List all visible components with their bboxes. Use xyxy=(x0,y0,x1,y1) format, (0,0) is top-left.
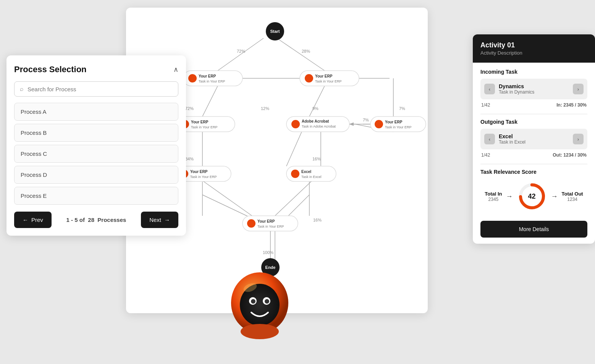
outgoing-counter: 1/42 xyxy=(481,152,490,158)
outgoing-task-name: Excel xyxy=(499,133,569,139)
next-button[interactable]: Next → xyxy=(141,212,178,228)
incoming-task-title: Incoming Task xyxy=(480,69,587,75)
pct-84a: 84% xyxy=(185,157,194,161)
divider-1 xyxy=(480,114,587,114)
pagination-info: 1 - 5 of 28 Processes xyxy=(66,217,126,223)
robot-illustration xyxy=(225,265,294,341)
next-arrow-icon: → xyxy=(164,217,170,223)
svg-line-4 xyxy=(309,86,325,116)
pct-72a: 72% xyxy=(237,49,245,53)
collapse-button[interactable]: ∧ xyxy=(173,65,178,74)
process-list: Process A Process B Process C Process D … xyxy=(14,103,178,205)
node-7-icon xyxy=(291,170,299,178)
node-5-icon xyxy=(375,120,383,128)
incoming-task-content: Dynamics Task in Dynamics xyxy=(499,83,569,95)
donut-score: 42 xyxy=(528,193,536,201)
relevance-section: Task Relevance Score Total In 2345 → 42 … xyxy=(480,169,587,238)
svg-line-8 xyxy=(286,132,302,166)
svg-point-30 xyxy=(265,299,269,304)
incoming-prev-button[interactable]: ‹ xyxy=(484,84,495,94)
search-icon: ⌕ xyxy=(20,86,24,92)
node-2-title: Your ERP xyxy=(315,74,333,78)
node-8-title: Your ERP xyxy=(257,219,275,223)
divider-2 xyxy=(480,164,587,164)
node-5-sub: Task in Your ERP xyxy=(385,125,412,129)
outgoing-task-content: Excel Task in Excel xyxy=(499,133,569,145)
incoming-task-meta: 1/42 In: 2345 / 30% xyxy=(480,102,587,108)
activity-subtitle: Activity Description xyxy=(480,50,587,56)
panel-title: Process Selection xyxy=(14,65,87,74)
pagination-bar: ← Prev 1 - 5 of 28 Processes Next → xyxy=(14,212,178,228)
search-box: ⌕ xyxy=(14,81,178,97)
process-item-e[interactable]: Process E xyxy=(14,187,178,205)
node-4-icon xyxy=(291,120,300,128)
incoming-next-button[interactable]: › xyxy=(573,84,584,94)
donut-chart: 42 xyxy=(517,181,547,212)
node-8-icon xyxy=(247,219,255,228)
node-1-sub: Task in Your ERP xyxy=(199,79,225,83)
activity-body: Incoming Task ‹ Dynamics Task in Dynamic… xyxy=(473,63,595,244)
outgoing-prev-button[interactable]: ‹ xyxy=(484,134,495,144)
panel-header: Process Selection ∧ xyxy=(14,65,178,74)
activity-title: Activity 01 xyxy=(480,41,587,49)
pct-12: 12% xyxy=(261,106,269,111)
activity-header: Activity 01 Activity Description xyxy=(473,34,595,63)
node-4-sub: Task in Adobe Acrobat xyxy=(302,125,336,128)
more-details-button[interactable]: More Details xyxy=(480,221,587,238)
process-item-d[interactable]: Process D xyxy=(14,166,178,184)
incoming-task-desc: Task in Dynamics xyxy=(499,89,569,95)
svg-line-0 xyxy=(218,38,264,71)
process-selection-panel: Process Selection ∧ ⌕ Process A Process … xyxy=(6,55,186,236)
outgoing-task-meta: 1/42 Out: 1234 / 30% xyxy=(480,152,587,158)
arrow-out-icon: → xyxy=(551,193,558,201)
node-2-icon xyxy=(305,74,313,83)
arrow-in-icon: → xyxy=(506,193,513,201)
incoming-meta-value: In: 2345 / 30% xyxy=(556,102,587,108)
node-6-title: Your ERP xyxy=(190,170,208,174)
outgoing-meta-value: Out: 1234 / 30% xyxy=(553,152,587,158)
node-7-sub: Task in Excel xyxy=(301,175,322,179)
pct-28: 28% xyxy=(302,49,310,53)
node-6-sub: Task in Your ERP xyxy=(190,175,217,179)
outgoing-task-card: ‹ Excel Task in Excel › xyxy=(480,129,587,149)
total-in-label: Total In 2345 xyxy=(485,191,502,202)
pct-7a: 7% xyxy=(399,106,405,111)
search-input[interactable] xyxy=(27,86,173,92)
node-4-title: Adobe Acrobat xyxy=(302,119,329,123)
pct-72b: 72% xyxy=(185,106,194,111)
svg-line-1 xyxy=(277,38,325,71)
total-out-label: Total Out 1234 xyxy=(562,191,583,202)
incoming-task-name: Dynamics xyxy=(499,83,569,89)
node-5-title: Your ERP xyxy=(385,120,403,124)
pct-16b: 16% xyxy=(313,218,322,222)
node-3-title: Your ERP xyxy=(191,120,209,124)
node-7-title: Excel xyxy=(301,170,311,174)
outgoing-task-desc: Task in Excel xyxy=(499,139,569,145)
relevance-score-row: Total In 2345 → 42 → Total Out 1234 xyxy=(480,181,587,212)
process-item-c[interactable]: Process C xyxy=(14,145,178,163)
relevance-title: Task Relevance Score xyxy=(480,169,587,175)
prev-arrow-icon: ← xyxy=(23,217,28,223)
pct-100: 100% xyxy=(263,250,273,255)
outgoing-next-button[interactable]: › xyxy=(573,134,584,144)
pct-7b: 7% xyxy=(363,118,369,122)
pct-9: 9% xyxy=(312,106,319,111)
collapse-icon: ∧ xyxy=(173,66,178,73)
prev-button[interactable]: ← Prev xyxy=(14,212,52,228)
start-label: Start xyxy=(270,29,280,34)
activity-panel: Activity 01 Activity Description Incomin… xyxy=(473,34,595,244)
outgoing-task-title: Outgoing Task xyxy=(480,119,587,125)
incoming-counter: 1/42 xyxy=(481,102,490,108)
pct-16a: 16% xyxy=(312,157,321,161)
node-3-sub: Task in Your ERP xyxy=(191,125,218,129)
node-1-title: Your ERP xyxy=(199,74,216,78)
node-1-icon xyxy=(188,74,197,83)
process-item-b[interactable]: Process B xyxy=(14,124,178,142)
svg-point-32 xyxy=(241,324,279,339)
node-2-sub: Task in Your ERP xyxy=(315,79,342,83)
node-8-sub: Task in Your ERP xyxy=(257,225,284,228)
svg-point-29 xyxy=(251,299,255,304)
process-item-a[interactable]: Process A xyxy=(14,103,178,121)
incoming-task-card: ‹ Dynamics Task in Dynamics › xyxy=(480,79,587,99)
svg-line-2 xyxy=(202,86,218,116)
